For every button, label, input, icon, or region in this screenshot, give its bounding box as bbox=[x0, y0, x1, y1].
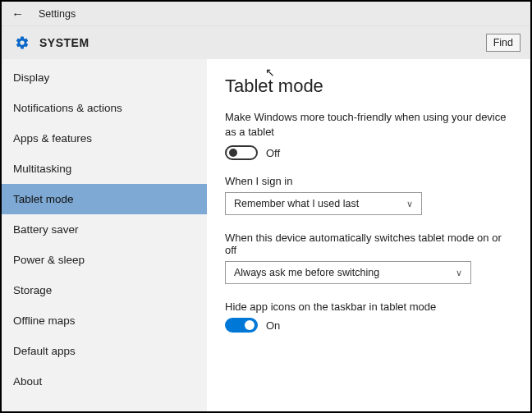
tablet-mode-toggle[interactable] bbox=[225, 145, 258, 160]
sidebar-item-tablet-mode[interactable]: Tablet mode bbox=[2, 184, 207, 214]
settings-window: ← Settings SYSTEM Find DisplayNotificati… bbox=[0, 0, 532, 413]
signin-label: When I sign in bbox=[225, 175, 514, 187]
window-title: Settings bbox=[39, 8, 76, 20]
tablet-mode-toggle-label: Off bbox=[266, 147, 280, 159]
auto-switch-dropdown-value: Always ask me before switching bbox=[234, 267, 379, 278]
heading-text: Tablet mode bbox=[225, 76, 323, 96]
sidebar-item-about[interactable]: About bbox=[2, 366, 207, 397]
sidebar-item-apps-features[interactable]: Apps & features bbox=[2, 123, 207, 154]
hide-icons-toggle-row: On bbox=[225, 318, 514, 333]
auto-switch-label: When this device automatically switches … bbox=[225, 232, 514, 256]
header-left: SYSTEM bbox=[15, 35, 89, 50]
header-bar: SYSTEM Find bbox=[2, 26, 530, 59]
sidebar-item-multitasking[interactable]: Multitasking bbox=[2, 154, 207, 184]
sidebar-item-notifications-actions[interactable]: Notifications & actions bbox=[2, 93, 207, 123]
hide-icons-toggle[interactable] bbox=[225, 318, 258, 333]
section-title: SYSTEM bbox=[39, 36, 89, 49]
signin-dropdown-value: Remember what I used last bbox=[234, 198, 359, 209]
chevron-down-icon: ∨ bbox=[406, 199, 413, 209]
sidebar-item-display[interactable]: Display bbox=[2, 62, 207, 93]
sidebar-item-default-apps[interactable]: Default apps bbox=[2, 336, 207, 366]
sidebar: DisplayNotifications & actionsApps & fea… bbox=[2, 59, 207, 411]
sidebar-item-offline-maps[interactable]: Offline maps bbox=[2, 305, 207, 336]
find-button[interactable]: Find bbox=[486, 34, 521, 52]
sidebar-item-storage[interactable]: Storage bbox=[2, 275, 207, 305]
tablet-mode-toggle-row: Off bbox=[225, 145, 514, 160]
back-arrow-icon[interactable]: ← bbox=[11, 7, 24, 21]
gear-icon bbox=[15, 35, 30, 50]
signin-dropdown[interactable]: Remember what I used last ∨ bbox=[225, 192, 422, 215]
titlebar: ← Settings bbox=[2, 2, 530, 26]
content-pane: Tablet mode ↖ Make Windows more touch-fr… bbox=[207, 59, 530, 411]
auto-switch-dropdown[interactable]: Always ask me before switching ∨ bbox=[225, 261, 471, 284]
description-text: Make Windows more touch-friendly when us… bbox=[225, 110, 514, 139]
hide-icons-label: Hide app icons on the taskbar in tablet … bbox=[225, 301, 514, 313]
sidebar-item-battery-saver[interactable]: Battery saver bbox=[2, 214, 207, 245]
hide-icons-toggle-label: On bbox=[266, 319, 280, 332]
page-heading: Tablet mode ↖ bbox=[225, 76, 514, 97]
sidebar-item-power-sleep[interactable]: Power & sleep bbox=[2, 245, 207, 275]
body: DisplayNotifications & actionsApps & fea… bbox=[2, 59, 530, 411]
chevron-down-icon: ∨ bbox=[456, 268, 462, 278]
